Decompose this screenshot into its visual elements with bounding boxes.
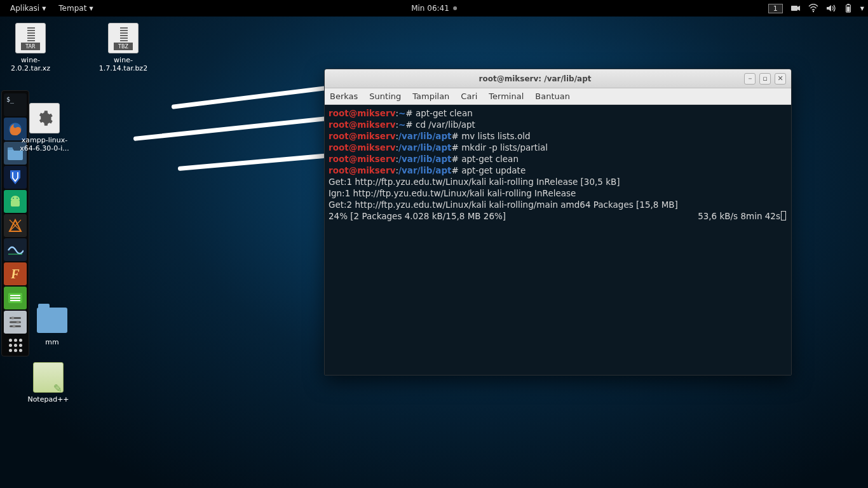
- progress-left: 24% [2 Packages 4.028 kB/15,8 MB 26%]: [329, 210, 698, 222]
- clock-area[interactable]: Min 06:41: [411, 4, 457, 13]
- notepadpp-icon: [33, 362, 64, 393]
- archive-icon: TAR: [15, 23, 46, 53]
- svg-rect-6: [8, 147, 13, 150]
- desktop-icon-label: wine-2.0.2.tar.xz: [5, 56, 56, 72]
- svg-rect-13: [10, 300, 20, 301]
- terminal-line: root@mikserv:/var/lib/apt# mkdir -p list…: [329, 142, 787, 153]
- desktop-icon-label: mm: [27, 338, 78, 346]
- dock-xampp[interactable]: [4, 287, 27, 309]
- desktop-icon-label: wine-1.7.14.tar.bz2: [98, 56, 149, 72]
- svg-point-18: [17, 321, 20, 324]
- system-menu-chevron-icon[interactable]: ▼: [860, 6, 864, 11]
- svg-point-19: [13, 325, 16, 328]
- places-label: Tempat: [58, 4, 86, 13]
- chevron-down-icon: ▼: [42, 6, 46, 11]
- wallpaper-slash: [172, 85, 336, 109]
- xampp-installer[interactable]: xampp-linux-x64-6.30-0-i...: [19, 103, 70, 152]
- archive-icon: TBZ: [108, 23, 139, 53]
- folder-mm[interactable]: mm: [27, 305, 78, 346]
- terminal-menu-bantuan[interactable]: Bantuan: [535, 92, 570, 101]
- archive-wine-2[interactable]: TARwine-2.0.2.tar.xz: [5, 23, 56, 72]
- terminal-line: root@mikserv:/var/lib/apt# apt-get updat…: [329, 165, 787, 176]
- terminal-menu-sunting[interactable]: Sunting: [369, 92, 401, 101]
- dock-show-apps[interactable]: [2, 335, 29, 353]
- top-panel: Aplikasi ▼ Tempat ▼ Min 06:41 1 ▼: [0, 0, 868, 17]
- folder-icon: [37, 308, 67, 333]
- applications-label: Aplikasi: [10, 4, 39, 13]
- svg-point-7: [13, 198, 14, 199]
- svg-rect-12: [10, 297, 20, 299]
- terminal-menu-terminal[interactable]: Terminal: [489, 92, 524, 101]
- dock-faraday[interactable]: F: [4, 262, 27, 285]
- svg-rect-9: [11, 200, 20, 207]
- terminal-line: root@mikserv:~# apt-get clean: [329, 107, 787, 119]
- wallpaper-slash: [133, 116, 336, 141]
- terminal-line: root@mikserv:/var/lib/apt# mv lists list…: [329, 130, 787, 142]
- terminal-menu-berkas[interactable]: Berkas: [330, 92, 358, 101]
- progress-right: 53,6 kB/s 8min 42s: [698, 210, 787, 222]
- terminal-window: root@mikserv: /var/lib/apt － ▫ ✕ BerkasS…: [324, 69, 792, 376]
- cursor-icon: [781, 211, 786, 220]
- window-maximize-button[interactable]: ▫: [759, 73, 771, 85]
- dock-wireshark[interactable]: [4, 238, 27, 261]
- wallpaper-slash: [178, 152, 337, 171]
- svg-point-1: [813, 11, 814, 12]
- svg-rect-4: [846, 6, 850, 11]
- window-close-button[interactable]: ✕: [775, 73, 786, 85]
- dock-android[interactable]: [4, 190, 27, 213]
- clock-text: Min 06:41: [411, 4, 449, 13]
- svg-rect-11: [10, 295, 20, 296]
- terminal-output-line: Get:1 http://ftp.yzu.edu.tw/Linux/kali k…: [329, 176, 787, 187]
- battery-icon[interactable]: [844, 4, 853, 13]
- window-titlebar[interactable]: root@mikserv: /var/lib/apt － ▫ ✕: [325, 69, 791, 88]
- svg-rect-0: [791, 6, 797, 11]
- terminal-menu-tampilan[interactable]: Tampilan: [412, 92, 449, 101]
- window-title: root@mikserv: /var/lib/apt: [330, 74, 740, 83]
- volume-icon[interactable]: [826, 4, 836, 13]
- chevron-down-icon: ▼: [89, 6, 93, 11]
- dock-metasploit[interactable]: [4, 166, 27, 189]
- window-minimize-button[interactable]: －: [744, 73, 756, 85]
- terminal-line: root@mikserv:~# cd /var/lib/apt: [329, 119, 787, 130]
- applications-menu[interactable]: Aplikasi ▼: [4, 4, 52, 13]
- terminal-output-line: Ign:1 http://ftp.yzu.edu.tw/Linux/kali k…: [329, 187, 787, 199]
- terminal-menubar: BerkasSuntingTampilanCariTerminalBantuan: [325, 88, 791, 105]
- terminal-menu-cari[interactable]: Cari: [461, 92, 477, 101]
- desktop-icon-label: Notepad++: [23, 395, 74, 403]
- svg-rect-3: [847, 4, 850, 5]
- svg-point-17: [11, 316, 15, 320]
- dock-tweaks[interactable]: [4, 311, 27, 334]
- archive-wine-1[interactable]: TBZwine-1.7.14.tar.bz2: [98, 23, 149, 72]
- terminal-body[interactable]: root@mikserv:~# apt-get cleanroot@mikser…: [325, 105, 791, 375]
- gear-icon: [29, 103, 60, 133]
- svg-point-8: [17, 198, 18, 199]
- notification-dot-icon: [453, 6, 457, 10]
- workspace-indicator[interactable]: 1: [768, 4, 783, 13]
- network-icon[interactable]: [808, 4, 818, 13]
- dock-burpsuite[interactable]: [4, 214, 27, 237]
- notepadpp[interactable]: Notepad++: [23, 362, 74, 403]
- desktop-icon-label: xampp-linux-x64-6.30-0-i...: [19, 136, 70, 152]
- terminal-output-line: Get:2 http://ftp.yzu.edu.tw/Linux/kali k…: [329, 199, 787, 210]
- record-icon[interactable]: [790, 4, 801, 12]
- places-menu[interactable]: Tempat ▼: [52, 4, 99, 13]
- terminal-line: root@mikserv:/var/lib/apt# apt-get clean: [329, 153, 787, 165]
